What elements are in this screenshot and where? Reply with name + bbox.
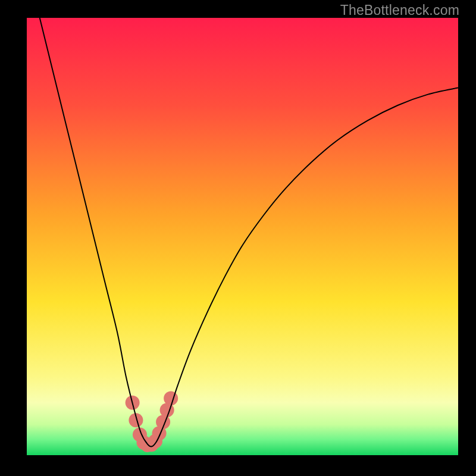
plot-area: [27, 18, 458, 455]
marker-dot: [164, 391, 178, 405]
gradient-background: [27, 18, 458, 455]
plot-svg: [27, 18, 458, 455]
watermark-text: TheBottleneck.com: [340, 2, 459, 18]
chart-frame: TheBottleneck.com: [0, 0, 476, 476]
